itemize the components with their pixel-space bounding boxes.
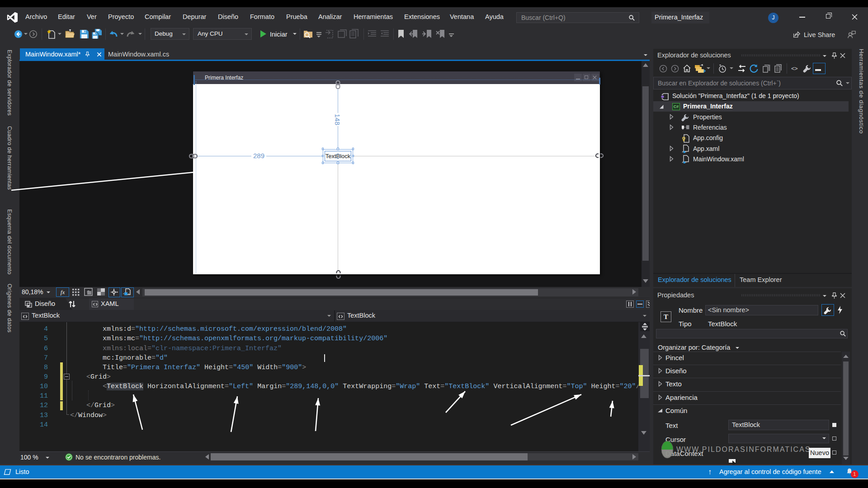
svg-text:WWW.PILDORASINFORMATICAS.: WWW.PILDORASINFORMATICAS. — [676, 446, 814, 453]
